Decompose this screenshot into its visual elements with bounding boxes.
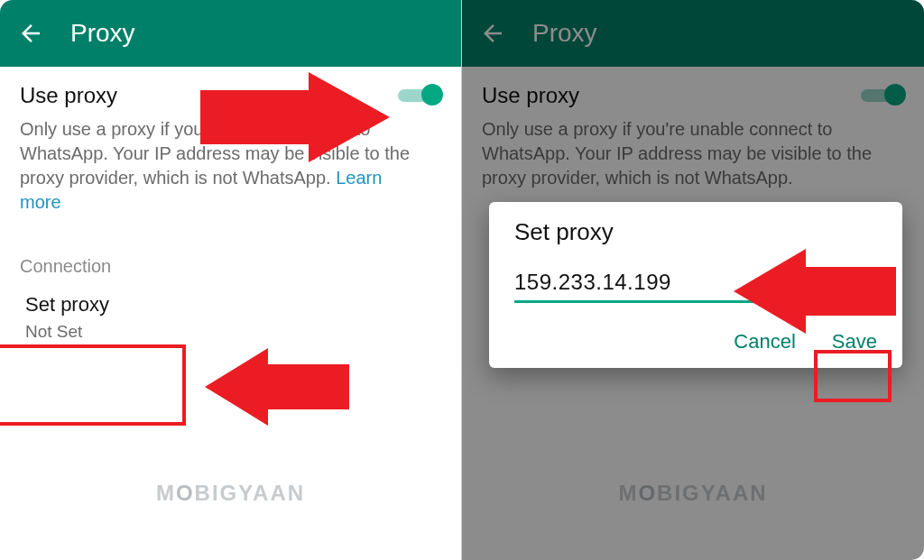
connection-section-label: Connection <box>20 256 441 277</box>
screenshot-right: Proxy Use proxy Only use a proxy if you'… <box>462 0 924 560</box>
dialog-title: Set proxy <box>514 218 881 246</box>
watermark: MOBIGYAAN <box>156 481 305 506</box>
screenshot-left: Proxy Use proxy Only use a proxy if you'… <box>0 0 462 560</box>
content-area: Use proxy Only use a proxy if you're una… <box>0 67 461 560</box>
back-button[interactable] <box>16 19 45 48</box>
app-bar: Proxy <box>0 0 461 67</box>
use-proxy-toggle[interactable] <box>398 86 441 106</box>
set-proxy-dialog: Set proxy Cancel Save <box>489 202 902 368</box>
use-proxy-label: Use proxy <box>20 83 117 108</box>
dialog-actions: Cancel Save <box>514 330 881 353</box>
proxy-address-input[interactable] <box>514 270 881 303</box>
set-proxy-item[interactable]: Set proxy Not Set <box>20 286 202 349</box>
annotation-highlight-setproxy <box>0 344 186 426</box>
arrow-left-icon <box>17 20 44 47</box>
use-proxy-description: Only use a proxy if you're unable connec… <box>20 117 417 215</box>
set-proxy-status: Not Set <box>25 322 197 342</box>
set-proxy-title: Set proxy <box>25 293 197 317</box>
cancel-button[interactable]: Cancel <box>734 330 795 353</box>
page-title: Proxy <box>70 19 135 48</box>
toggle-thumb <box>421 84 443 106</box>
save-button[interactable]: Save <box>832 330 877 353</box>
